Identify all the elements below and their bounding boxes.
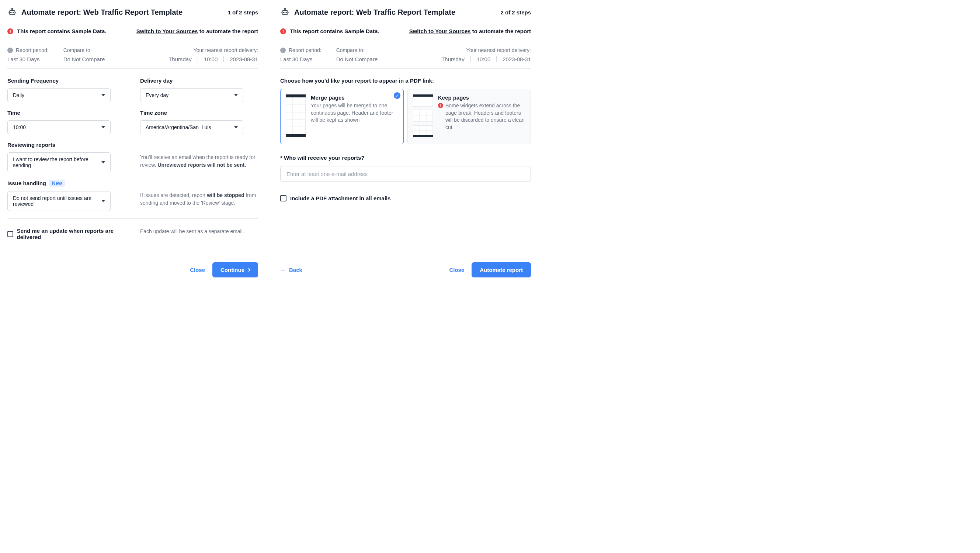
period-value: Last 30 Days: [7, 56, 49, 62]
reviewing-help: You'll receive an email when the report …: [140, 153, 258, 169]
time-select[interactable]: 10:00: [7, 120, 111, 134]
recipients-label: * Who will receive your reports?: [280, 155, 531, 161]
update-checkbox-label: Send me an update when reports are deliv…: [17, 228, 126, 240]
merge-preview-icon: [286, 94, 305, 139]
timezone-label: Time zone: [140, 110, 258, 116]
robot-icon: [7, 7, 17, 17]
meta-row: ! Report period: Last 30 Days Compare to…: [280, 47, 531, 69]
switch-sources-link[interactable]: Switch to Your Sources: [409, 28, 471, 34]
update-help: Each update will be sent as a separate e…: [140, 228, 258, 235]
update-checkbox[interactable]: [7, 231, 13, 237]
period-value: Last 30 Days: [280, 56, 321, 62]
back-button[interactable]: ← Back: [280, 267, 302, 273]
merge-pages-card[interactable]: ✓ Merge pages Your pages wi: [280, 89, 404, 144]
close-button[interactable]: Close: [190, 267, 205, 273]
frequency-select[interactable]: Daily: [7, 88, 111, 102]
delivery-label: Your nearest report delivery:: [466, 47, 531, 53]
reviewing-select[interactable]: I want to review the report before sendi…: [7, 152, 111, 172]
info-icon: !: [280, 48, 286, 53]
chevron-down-icon: [102, 126, 105, 128]
robot-icon: [280, 7, 290, 17]
chevron-down-icon: [234, 94, 238, 96]
merge-desc: Your pages will be merged to one continu…: [311, 102, 398, 124]
arrow-left-icon: ←: [280, 267, 286, 273]
delivery-date: 2023-08-31: [224, 56, 258, 62]
step2-panel: Automate report: Web Traffic Report Temp…: [280, 7, 531, 277]
svg-point-7: [284, 8, 285, 10]
pdf-attachment-checkbox[interactable]: [280, 195, 286, 201]
merge-title: Merge pages: [311, 94, 398, 101]
svg-rect-24: [413, 94, 433, 97]
alert-text: This report contains Sample Data.: [17, 28, 107, 34]
chevron-down-icon: [102, 94, 105, 96]
svg-point-11: [286, 12, 286, 13]
continue-button[interactable]: Continue: [212, 262, 258, 277]
alert-text: This report contains Sample Data.: [290, 28, 379, 34]
page-title: Automate report: Web Traffic Report Temp…: [294, 8, 455, 17]
svg-rect-27: [413, 135, 433, 137]
chevron-down-icon: [102, 200, 105, 202]
period-label: Report period:: [16, 47, 49, 53]
warning-icon: !: [7, 29, 13, 34]
alert-bar: ! This report contains Sample Data. Swit…: [280, 28, 531, 41]
keep-preview-icon: [413, 94, 433, 139]
step1-panel: Automate report: Web Traffic Report Temp…: [7, 7, 258, 277]
compare-value: Do Not Compare: [336, 56, 378, 62]
svg-rect-16: [286, 134, 305, 137]
period-label: Report period:: [289, 47, 321, 53]
frequency-label: Sending Frequency: [7, 78, 126, 84]
delivery-day-select[interactable]: Every day: [140, 88, 243, 102]
step-indicator: 2 of 2 steps: [500, 9, 531, 16]
step-indicator: 1 of 2 steps: [228, 9, 258, 16]
compare-label: Compare to:: [336, 47, 378, 53]
warning-icon: !: [438, 103, 443, 108]
svg-rect-9: [282, 11, 288, 15]
check-icon: ✓: [394, 92, 400, 99]
svg-point-3: [11, 12, 11, 13]
chevron-right-icon: [247, 268, 251, 272]
header: Automate report: Web Traffic Report Temp…: [280, 7, 531, 17]
svg-rect-14: [286, 94, 305, 137]
issue-handling-help: If issues are detected, report will be s…: [140, 191, 258, 207]
delivery-label: Your nearest report delivery:: [194, 47, 258, 53]
timezone-select[interactable]: America/Argentina/San_Luis: [140, 120, 243, 134]
compare-value: Do Not Compare: [64, 56, 105, 62]
svg-point-4: [13, 12, 14, 13]
issue-handling-label: Issue handling New: [7, 180, 126, 186]
pdf-attachment-label: Include a PDF attachment in all emails: [290, 195, 391, 201]
delivery-day: Thursday: [169, 56, 198, 62]
delivery-date: 2023-08-31: [496, 56, 531, 62]
svg-rect-2: [9, 11, 15, 15]
alert-suffix: to automate the report: [471, 28, 531, 34]
new-badge: New: [49, 180, 65, 186]
chevron-down-icon: [102, 161, 105, 163]
alert-suffix: to automate the report: [198, 28, 258, 34]
issue-handling-select[interactable]: Do not send report until issues are revi…: [7, 191, 111, 211]
info-icon: !: [7, 48, 13, 53]
delivery-time: 10:00: [198, 56, 224, 62]
alert-bar: ! This report contains Sample Data. Swit…: [7, 28, 258, 41]
switch-sources-link[interactable]: Switch to Your Sources: [137, 28, 198, 34]
header: Automate report: Web Traffic Report Temp…: [7, 7, 258, 17]
delivery-time: 10:00: [471, 56, 497, 62]
keep-desc: Some widgets extend across the page brea…: [445, 102, 525, 131]
time-label: Time: [7, 110, 126, 116]
reviewing-label: Reviewing reports: [7, 142, 126, 148]
svg-rect-15: [286, 94, 305, 97]
page-title: Automate report: Web Traffic Report Temp…: [21, 8, 183, 17]
meta-row: ! Report period: Last 30 Days Compare to…: [7, 47, 258, 69]
recipients-input[interactable]: [280, 166, 531, 182]
delivery-day: Thursday: [441, 56, 471, 62]
svg-point-10: [283, 12, 284, 13]
pdf-heading: Choose how you'd like your report to app…: [280, 78, 531, 84]
automate-report-button[interactable]: Automate report: [472, 262, 531, 277]
delivery-day-label: Delivery day: [140, 78, 258, 84]
keep-title: Keep pages: [438, 94, 525, 101]
keep-pages-card[interactable]: Keep pages ! Some widgets extend across …: [407, 89, 531, 144]
chevron-down-icon: [234, 126, 238, 128]
warning-icon: !: [280, 29, 286, 34]
svg-point-0: [11, 8, 13, 10]
close-button[interactable]: Close: [449, 267, 464, 273]
compare-label: Compare to:: [64, 47, 105, 53]
